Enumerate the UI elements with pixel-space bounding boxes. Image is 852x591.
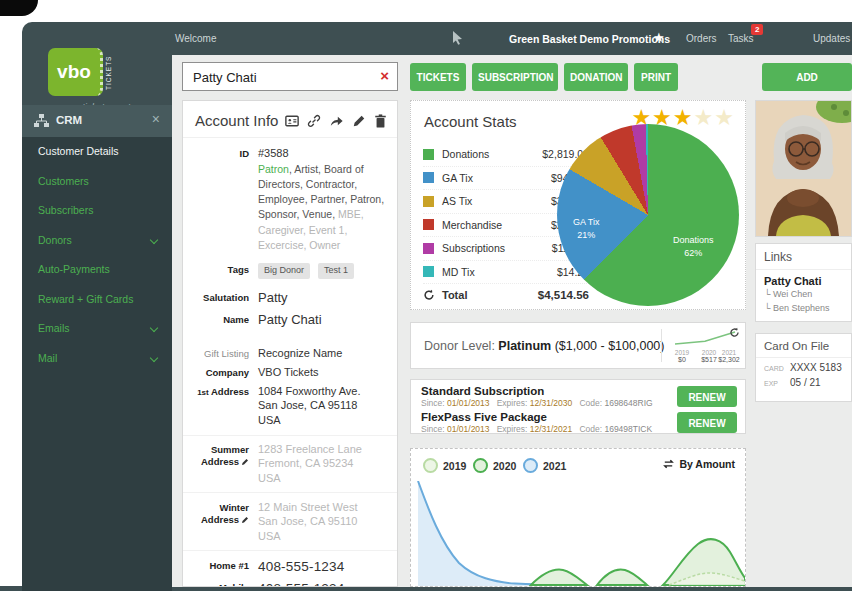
chevron-down-icon <box>150 235 158 243</box>
donor-level-text: Donor Level: Platinum ($1,000 - $100,000… <box>424 339 664 353</box>
divider <box>183 435 397 436</box>
field-company: Company VBO Tickets <box>183 362 397 381</box>
links-title: Links <box>756 244 851 270</box>
trend-area-chart <box>411 481 745 586</box>
sidebar-item-customer-details[interactable]: Customer Details <box>22 137 172 167</box>
sidebar-item-emails[interactable]: Emails <box>22 314 172 344</box>
field-address-1: 1st Address 1084 Foxworthy Ave. San Jose… <box>183 382 397 430</box>
edit-pencil-icon[interactable] <box>241 458 249 466</box>
sidebar-item-customers[interactable]: Customers <box>22 167 172 197</box>
edit-pencil-icon[interactable] <box>352 114 366 128</box>
topbar-tasks[interactable]: Tasks <box>728 33 754 44</box>
account-stats-title: Account Stats <box>424 113 517 130</box>
sidebar-item-mail[interactable]: Mail <box>22 344 172 374</box>
add-button[interactable]: ADD <box>762 63 852 91</box>
card-on-file-title: Card On File <box>756 334 851 358</box>
tag-chip[interactable]: Big Donor <box>258 263 310 279</box>
topbar-orders[interactable]: Orders <box>686 33 717 44</box>
tag-chip[interactable]: Test 1 <box>318 263 354 279</box>
legend-swatch <box>423 196 434 207</box>
donor-year-2021: 2021$2,302 <box>714 349 744 363</box>
edit-pencil-icon[interactable] <box>241 516 249 524</box>
field-gift-listing: Gift Listing Recognize Name <box>183 343 397 362</box>
links-primary[interactable]: Patty Chati <box>756 270 851 288</box>
customer-search-input[interactable] <box>191 63 370 92</box>
trend-legend-2020[interactable]: 2020 <box>473 458 516 473</box>
link-icon[interactable] <box>307 114 321 128</box>
customer-search-box: × <box>182 62 398 91</box>
welcome-label: Welcome <box>175 33 217 44</box>
field-home-phone: Home #1 408-555-1234 <box>183 555 397 578</box>
mouse-cursor-icon <box>452 31 463 45</box>
linked-account[interactable]: └ Wei Chen <box>756 288 851 302</box>
chevron-down-icon <box>150 324 158 332</box>
swap-arrows-icon <box>662 459 675 469</box>
pie-label-donations: Donations62% <box>673 234 714 259</box>
account-roles: Patron, Artist, Board of Directors, Cont… <box>258 162 389 253</box>
favorite-star-icon[interactable]: ★ <box>653 30 665 45</box>
legend-total-row: Total$4,514.56 <box>423 284 589 307</box>
field-tags: Tags Big Donor Test 1 <box>183 260 397 282</box>
sidebar-item-auto-payments[interactable]: Auto-Payments <box>22 255 172 285</box>
account-stats-pie <box>557 124 739 306</box>
subscription-row: FlexPass Five Package Since: 01/01/2013 … <box>421 411 669 434</box>
legend-dot <box>473 458 488 473</box>
main-content: × TICKETS SUBSCRIPTION DONATION PRINT AD… <box>172 55 852 587</box>
divider <box>661 329 662 362</box>
card-exp-row: EXP 05 / 21 <box>756 373 851 388</box>
donation-button[interactable]: DONATION <box>564 63 628 91</box>
renew-button[interactable]: RENEW <box>677 412 737 433</box>
refresh-icon[interactable] <box>423 289 435 301</box>
sidebar: vbo TICKETS every ticket counts. CRM × C… <box>22 22 172 591</box>
tickets-button[interactable]: TICKETS <box>410 63 466 91</box>
legend-row: Donations$2,819.00 <box>423 143 589 167</box>
field-salutation: Salutation Patty <box>183 287 397 309</box>
legend-swatch <box>423 266 434 277</box>
trend-legend-2019[interactable]: 2019 <box>423 458 466 473</box>
field-summer-address: Summer Address 1283 Freelance Lane Fremo… <box>183 440 397 488</box>
account-info-card: Account Info ID #3588 Patron, Artist, Bo… <box>182 100 398 587</box>
divider <box>183 492 397 493</box>
account-stats-card: Account Stats ★★★★★ Donations$2,819.00 G… <box>410 100 746 310</box>
card-on-file-card: Card On File CARD XXXX 5183 EXP 05 / 21 <box>755 333 852 402</box>
legend-swatch <box>423 243 434 254</box>
sidebar-section-crm[interactable]: CRM × <box>22 105 172 137</box>
card-number-row: CARD XXXX 5183 <box>756 358 851 373</box>
account-id: #3588 <box>258 147 289 159</box>
sidebar-item-subscribers[interactable]: Subscribers <box>22 196 172 226</box>
subscription-row: Standard Subscription Since: 01/01/2013 … <box>421 385 669 408</box>
donor-trend-polyline <box>675 332 735 344</box>
renew-button[interactable]: RENEW <box>677 386 737 407</box>
linked-account[interactable]: └ Ben Stephens <box>756 302 851 316</box>
org-name[interactable]: Green Basket Demo Promotions <box>509 33 670 45</box>
pie-label-ga-tix: GA Tix21% <box>573 216 600 241</box>
subscriptions-card: Standard Subscription Since: 01/01/2013 … <box>410 379 746 434</box>
sidebar-item-donors[interactable]: Donors <box>22 226 172 256</box>
contact-card-icon[interactable] <box>285 114 299 128</box>
subscription-button[interactable]: SUBSCRIPTION <box>472 63 558 91</box>
print-button[interactable]: PRINT <box>634 63 678 91</box>
field-mobile-phone: Mobile 408-555-1234 <box>183 578 397 587</box>
topbar-updates[interactable]: Updates <box>813 33 850 44</box>
clear-search-icon[interactable]: × <box>380 67 389 84</box>
legend-dot <box>523 458 538 473</box>
delete-trash-icon[interactable] <box>374 114 387 128</box>
by-amount-toggle[interactable]: By Amount <box>662 458 735 470</box>
sidebar-item-reward-gift-cards[interactable]: Reward + Gift Cards <box>22 285 172 315</box>
vbo-logo[interactable]: vbo <box>48 48 103 96</box>
sidebar-menu: Customer Details Customers Subscribers D… <box>22 137 172 591</box>
field-id: ID #3588 Patron, Artist, Board of Direct… <box>183 143 397 256</box>
customer-photo <box>755 100 852 237</box>
background-window-corner <box>0 0 38 16</box>
chevron-down-icon <box>150 353 158 361</box>
divider <box>183 550 397 551</box>
donor-year-2019: 2019$0 <box>667 349 697 363</box>
window-bottom-edge <box>0 586 24 591</box>
refresh-icon[interactable] <box>729 327 740 338</box>
links-card: Links Patty Chati └ Wei Chen └ Ben Steph… <box>755 243 852 322</box>
trend-legend-2021[interactable]: 2021 <box>523 458 566 473</box>
share-forward-icon[interactable] <box>329 114 344 128</box>
vbo-logo-tickets-label: TICKETS <box>105 49 112 97</box>
crm-close-icon[interactable]: × <box>152 111 160 127</box>
account-info-title: Account Info <box>195 112 278 129</box>
